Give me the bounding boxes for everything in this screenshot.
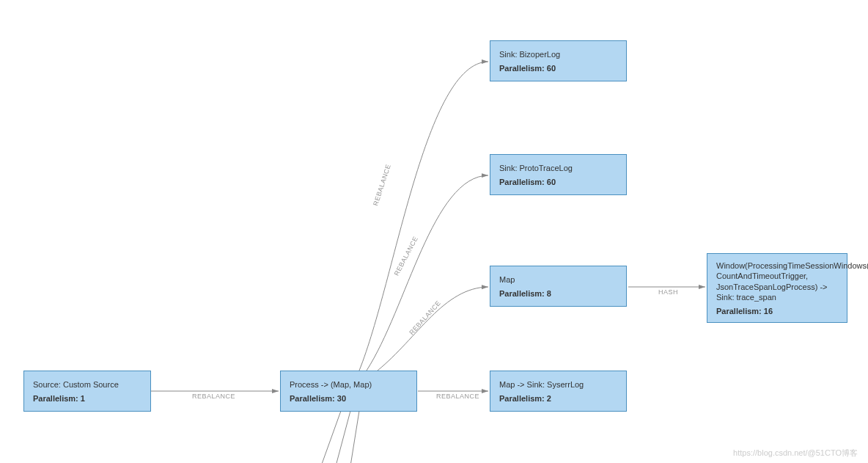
node-title: Window(ProcessingTimeSessionWindows(2500…	[716, 260, 838, 302]
node-map[interactable]: Map Parallelism: 8	[490, 266, 627, 307]
node-parallelism: Parallelism: 1	[33, 394, 141, 403]
node-window[interactable]: Window(ProcessingTimeSessionWindows(2500…	[707, 253, 847, 323]
edge-label-hash: HASH	[658, 288, 678, 296]
watermark: https://blog.csdn.net/@51CTO博客	[733, 448, 858, 459]
node-parallelism: Parallelism: 2	[499, 394, 617, 403]
edge-label-rebalance: REBALANCE	[408, 299, 442, 337]
node-title: Process -> (Map, Map)	[290, 379, 408, 390]
node-process[interactable]: Process -> (Map, Map) Parallelism: 30	[280, 371, 417, 412]
node-parallelism: Parallelism: 8	[499, 289, 617, 298]
node-map-syserr[interactable]: Map -> Sink: SyserrLog Parallelism: 2	[490, 371, 627, 412]
node-sink-bizoper[interactable]: Sink: BizoperLog Parallelism: 60	[490, 40, 627, 81]
node-parallelism: Parallelism: 16	[716, 307, 838, 316]
node-title: Sink: ProtoTraceLog	[499, 163, 617, 173]
node-parallelism: Parallelism: 30	[290, 394, 408, 403]
node-title: Map -> Sink: SyserrLog	[499, 379, 617, 390]
edge-label-rebalance: REBALANCE	[393, 236, 420, 277]
node-title: Sink: BizoperLog	[499, 49, 617, 59]
node-title: Map	[499, 274, 617, 285]
edge-label-rebalance: REBALANCE	[436, 393, 479, 400]
node-parallelism: Parallelism: 60	[499, 178, 617, 186]
node-parallelism: Parallelism: 60	[499, 64, 617, 73]
edge-label-rebalance: REBALANCE	[372, 163, 392, 206]
diagram-canvas: Source: Custom Source Parallelism: 1 Pro…	[0, 0, 868, 463]
edge-label-rebalance: REBALANCE	[192, 393, 235, 400]
node-title: Source: Custom Source	[33, 379, 141, 390]
node-sink-proto[interactable]: Sink: ProtoTraceLog Parallelism: 60	[490, 154, 627, 195]
node-source[interactable]: Source: Custom Source Parallelism: 1	[23, 371, 151, 412]
